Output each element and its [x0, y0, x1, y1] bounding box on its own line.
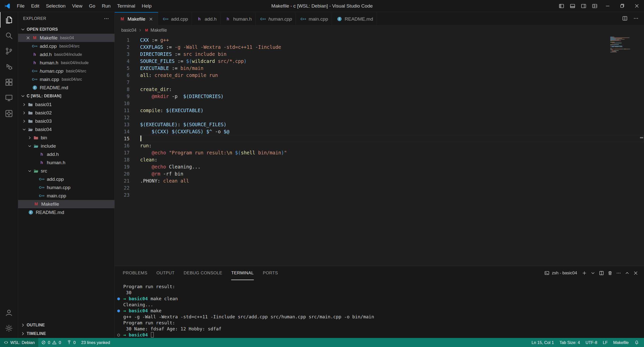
menu-file[interactable]: File: [14, 2, 28, 10]
close-icon[interactable]: [149, 17, 153, 21]
tree-item-basic03[interactable]: basic03: [18, 117, 114, 125]
problems-status[interactable]: 00: [38, 338, 64, 347]
close-editor-button[interactable]: [24, 34, 32, 42]
close-tab-button[interactable]: [147, 16, 154, 23]
editor-more-actions[interactable]: [630, 15, 641, 22]
open-editors-header[interactable]: OPEN EDITORS: [18, 25, 114, 34]
layout-customize-button[interactable]: [589, 0, 600, 12]
menu-run[interactable]: Run: [99, 2, 114, 10]
eol[interactable]: LF: [600, 338, 610, 347]
editor-code[interactable]: CXX := g++CXXFLAGS := -g -Wall -Wextra -…: [140, 36, 644, 266]
command-decoration[interactable]: [117, 310, 120, 312]
terminal[interactable]: Program run result: 30→ basic04 make cle…: [115, 280, 644, 338]
tree-item-Makefile[interactable]: MMakefile: [18, 200, 114, 208]
open-editor-item-main.cpp[interactable]: C++main.cppbasic04/src: [18, 75, 114, 83]
breadcrumb-item-basic04[interactable]: basic04: [121, 28, 136, 33]
panel-more-actions[interactable]: [614, 269, 623, 277]
split-terminal-button[interactable]: [597, 269, 606, 277]
terminal-profile-dropdown[interactable]: [589, 269, 597, 277]
panel-header: PROBLEMSOUTPUTDEBUG CONSOLETERMINALPORTS…: [115, 266, 644, 280]
tree-item-human.h[interactable]: hhuman.h: [18, 158, 114, 167]
tab-README.md[interactable]: iREADME.md: [332, 12, 377, 26]
panel-tab-terminal[interactable]: TERMINAL: [231, 266, 254, 280]
tab-add.cpp[interactable]: C++add.cpp: [158, 12, 192, 26]
sidebar-more-actions-icon[interactable]: [103, 16, 109, 22]
tree-item-README.md[interactable]: iREADME.md: [18, 208, 114, 216]
layout-panel-button[interactable]: [567, 0, 578, 12]
workspace-header[interactable]: C [WSL: DEBIAN]: [18, 92, 114, 100]
tab-human.h[interactable]: hhuman.h: [220, 12, 256, 26]
section-timeline[interactable]: TIMELINE: [18, 329, 114, 338]
tree-item-main.cpp[interactable]: C++main.cpp: [18, 192, 114, 200]
line-numbers-gutter[interactable]: 1234567891011121314151617181920212223: [115, 36, 140, 266]
menu-edit[interactable]: Edit: [28, 2, 43, 10]
menu-go[interactable]: Go: [86, 2, 98, 10]
activity-item-run-debug[interactable]: [0, 59, 18, 74]
open-editor-item-add.h[interactable]: hadd.hbasic04/include: [18, 50, 114, 59]
maximize-panel-button[interactable]: [623, 269, 631, 277]
tab-Makefile[interactable]: MMakefile: [115, 12, 158, 26]
terminal-selector[interactable]: zsh - basic04: [544, 270, 577, 276]
new-terminal-button[interactable]: [580, 269, 589, 277]
open-editor-item-Makefile[interactable]: MMakefilebasic04: [18, 34, 114, 42]
activity-item-remote-targets[interactable]: [0, 106, 18, 121]
tree-item-human.cpp[interactable]: C++human.cpp: [18, 183, 114, 192]
tree-item-include[interactable]: include: [18, 142, 114, 150]
notifications[interactable]: [631, 338, 642, 347]
activity-item-account[interactable]: [0, 305, 18, 320]
open-editor-item-human.h[interactable]: hhuman.hbasic04/include: [18, 59, 114, 67]
menu-terminal[interactable]: Terminal: [114, 2, 139, 10]
maximize-restore-button[interactable]: [615, 0, 629, 12]
kill-terminal-button[interactable]: [606, 269, 614, 277]
close-panel-button[interactable]: [631, 269, 640, 277]
layout-sidebar-left-button[interactable]: [556, 0, 567, 12]
tree-item-basic01[interactable]: basic01: [18, 100, 114, 109]
tree-item-bin[interactable]: bin: [18, 134, 114, 142]
open-editor-item-add.cpp[interactable]: C++add.cppbasic04/src: [18, 42, 114, 50]
tab-human.cpp[interactable]: C++human.cpp: [256, 12, 296, 26]
tree-item-src[interactable]: src: [18, 167, 114, 175]
remote-indicator[interactable]: WSL: Debian: [0, 338, 38, 347]
language-mode[interactable]: Makefile: [611, 338, 631, 347]
panel-tab-ports[interactable]: PORTS: [263, 266, 278, 280]
menu-selection[interactable]: Selection: [43, 2, 69, 10]
tab-main.cpp[interactable]: C++main.cpp: [296, 12, 332, 26]
line-number: 1: [115, 36, 130, 44]
activity-item-settings-gear[interactable]: [0, 320, 18, 336]
search-icon: [5, 31, 13, 40]
split-editor-button[interactable]: [619, 15, 630, 22]
breadcrumb-item-Makefile[interactable]: MMakefile: [144, 27, 167, 33]
encoding[interactable]: UTF-8: [583, 338, 600, 347]
layout-sidebar-right-button[interactable]: [578, 0, 589, 12]
activity-item-extensions[interactable]: [0, 74, 18, 90]
minimize-button[interactable]: [600, 0, 615, 12]
activity-item-source-control[interactable]: [0, 43, 18, 59]
panel-tab-debug-console[interactable]: DEBUG CONSOLE: [184, 266, 222, 280]
tree-item-basic04[interactable]: basic04: [18, 125, 114, 134]
close-window-button[interactable]: [629, 0, 644, 12]
ports-forwarded[interactable]: 0: [64, 338, 78, 347]
indentation[interactable]: Tab Size: 4: [557, 338, 583, 347]
editor[interactable]: 1234567891011121314151617181920212223 CX…: [115, 35, 644, 266]
cursor-position[interactable]: Ln 15, Col 1: [529, 338, 557, 347]
tab-add.h[interactable]: hadd.h: [192, 12, 220, 26]
tree-item-basic02[interactable]: basic02: [18, 109, 114, 117]
explorer-icon: [5, 16, 13, 24]
section-outline[interactable]: OUTLINE: [18, 321, 114, 329]
open-editor-item-human.cpp[interactable]: C++human.cppbasic04/src: [18, 67, 114, 75]
activity-item-explorer[interactable]: [0, 12, 18, 28]
command-decoration[interactable]: [117, 334, 120, 336]
panel-tab-output[interactable]: OUTPUT: [156, 266, 175, 280]
activity-item-remote-explorer[interactable]: [0, 90, 18, 106]
tree-item-add.h[interactable]: hadd.h: [18, 150, 114, 158]
command-decoration[interactable]: [117, 297, 120, 300]
open-editor-item-README.md[interactable]: iREADME.md: [18, 83, 114, 92]
tree-item-add.cpp[interactable]: C++add.cpp: [18, 175, 114, 183]
menu-help[interactable]: Help: [138, 2, 155, 10]
activity-item-search[interactable]: [0, 28, 18, 43]
cpp-file-icon: C++: [39, 193, 45, 199]
close-icon[interactable]: [26, 35, 30, 40]
terminal-line: 30 Name: fdsaf Age: 12 Hobby: sdfaf: [123, 326, 644, 332]
panel-tab-problems[interactable]: PROBLEMS: [123, 266, 147, 280]
menu-view[interactable]: View: [69, 2, 86, 10]
